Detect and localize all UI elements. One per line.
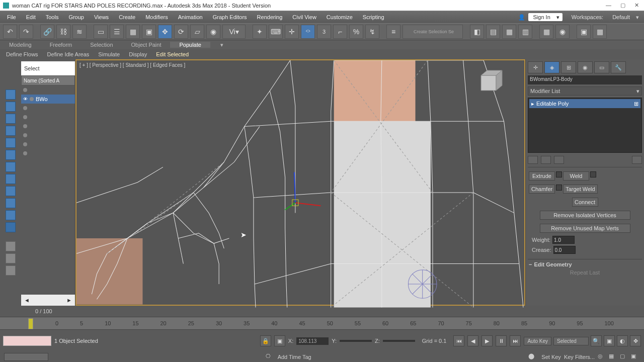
bind-icon[interactable]: ≋ — [72, 25, 87, 39]
select-rect-icon[interactable]: ▦ — [126, 25, 140, 39]
scene-explorer-column[interactable]: Name (Sorted A — [21, 75, 75, 85]
display-cameras-icon[interactable] — [6, 138, 16, 148]
define-flows[interactable]: Define Flows — [6, 51, 38, 57]
min-max-icon[interactable]: ▢ — [620, 353, 629, 361]
hierarchy-tab-icon[interactable]: ⊞ — [561, 61, 576, 73]
snap-icon[interactable]: ✛ — [285, 25, 299, 39]
workspaces-value[interactable]: Default — [612, 14, 630, 20]
display-shapes-icon[interactable] — [6, 114, 16, 124]
select-window-icon[interactable]: ▣ — [142, 25, 156, 39]
layer-icon[interactable]: ▦ — [502, 25, 516, 39]
select-scale-icon[interactable]: ▱ — [190, 25, 204, 39]
prev-frame-icon[interactable]: ◀ — [467, 335, 478, 346]
close-icon[interactable]: ✕ — [634, 2, 639, 9]
remove-isolated-button[interactable]: Remove Isolated Vertices — [540, 211, 630, 220]
key-mode-icon[interactable]: ⬤ — [528, 353, 538, 361]
chamfer-settings-icon[interactable] — [556, 185, 562, 191]
link-icon[interactable]: 🔗 — [40, 25, 54, 39]
zoom-extents-icon[interactable]: ▦ — [609, 353, 618, 361]
list-item[interactable] — [21, 85, 75, 95]
menu-customize[interactable]: Customize — [321, 14, 358, 20]
isolate-icon[interactable]: ▣ — [274, 335, 285, 346]
pin-stack-icon[interactable] — [528, 156, 538, 164]
weight-spinner[interactable] — [552, 236, 575, 244]
ribbon-drop-icon[interactable]: ▾ — [220, 42, 223, 48]
display-bone-icon[interactable] — [6, 198, 16, 208]
list-item[interactable] — [21, 113, 75, 122]
select-place-icon[interactable]: ◉ — [206, 25, 220, 39]
menu-scripting[interactable]: Scripting — [358, 14, 389, 20]
display-tab-icon[interactable]: ▭ — [594, 61, 609, 73]
display-helpers-icon[interactable] — [6, 150, 16, 160]
create-selection-set[interactable]: Create Selection Se — [403, 25, 463, 39]
display-geometry-icon[interactable] — [6, 102, 16, 112]
ribbon-freeform[interactable]: Freeform — [41, 42, 82, 48]
edit-geometry-title[interactable]: −Edit Geometry — [529, 261, 641, 267]
named-selection-icon[interactable]: ≡ — [386, 25, 400, 39]
weld-button[interactable]: Weld — [563, 171, 589, 180]
menu-animation[interactable]: Animation — [173, 14, 208, 20]
setkey-button[interactable]: Set Key — [541, 354, 561, 360]
percent-snap-icon[interactable]: % — [349, 25, 363, 39]
menu-views[interactable]: Views — [89, 14, 114, 20]
configure-icon[interactable] — [632, 156, 642, 164]
keyboard-icon[interactable]: ⌨ — [269, 25, 283, 39]
layer-manage-icon[interactable] — [6, 265, 16, 276]
repeat-last-button[interactable]: Repeat Last — [570, 269, 600, 276]
keyfilters-button[interactable]: Key Filters... — [564, 354, 595, 360]
material-icon[interactable]: ◉ — [555, 25, 570, 39]
maximize-viewport-icon[interactable]: ▣ — [631, 353, 640, 361]
lock-selection-icon[interactable]: 🔒 — [260, 335, 271, 346]
selected-filter[interactable]: Selected — [553, 337, 589, 345]
list-item[interactable] — [21, 131, 75, 140]
make-unique-icon[interactable] — [554, 156, 564, 164]
menu-tools[interactable]: Tools — [41, 14, 64, 20]
redo-icon[interactable]: ↷ — [19, 25, 33, 39]
show-end-result-icon[interactable] — [541, 156, 551, 164]
time-tag[interactable]: Add Time Tag — [278, 354, 311, 360]
display[interactable]: Display — [129, 51, 147, 57]
crease-spinner[interactable] — [553, 246, 576, 254]
target-weld-button[interactable]: Target Weld — [563, 185, 598, 194]
spinner-snap-icon[interactable]: ⌐ — [333, 25, 347, 39]
modify-tab-icon[interactable]: ◈ — [544, 61, 559, 73]
display-frozen-icon[interactable] — [6, 222, 16, 232]
timeline[interactable]: 0510 152025 303540 455055 606570 758085 … — [0, 317, 644, 330]
select-name-icon[interactable]: ☰ — [110, 25, 124, 39]
pager-right-icon[interactable]: ► — [66, 297, 72, 303]
list-item[interactable]: 👁BWo — [21, 95, 75, 104]
pan-icon[interactable]: ✥ — [630, 335, 641, 346]
extrude-button[interactable]: Extrude — [529, 171, 555, 180]
zoom-all-icon[interactable]: ▣ — [604, 335, 615, 346]
edged-icon[interactable]: ↯ — [365, 25, 379, 39]
display-spacewarps-icon[interactable] — [6, 162, 16, 172]
display-all-icon[interactable] — [6, 89, 16, 100]
curve-editor-icon[interactable]: ▥ — [518, 25, 532, 39]
list-item[interactable] — [21, 149, 75, 158]
play-icon[interactable]: ▶ — [481, 335, 493, 346]
ribbon-populate[interactable]: Populate — [170, 42, 210, 48]
create-tab-icon[interactable]: ✛ — [528, 61, 543, 73]
align-icon[interactable]: ▤ — [486, 25, 500, 39]
list-item[interactable] — [21, 122, 75, 131]
select-rotate-icon[interactable]: ⟳ — [174, 25, 188, 39]
pager-left-icon[interactable]: ◄ — [24, 297, 30, 303]
menu-file[interactable]: File — [2, 14, 21, 20]
x-coord[interactable]: 108.113 — [296, 337, 329, 345]
maximize-icon[interactable]: ▢ — [620, 2, 625, 9]
define-idle-areas[interactable]: Define Idle Areas — [47, 51, 90, 57]
weld-settings-icon[interactable] — [590, 171, 596, 177]
ribbon-selection[interactable]: Selection — [81, 42, 122, 48]
ribbon-object-paint[interactable]: Object Paint — [122, 42, 171, 48]
simulate[interactable]: Simulate — [98, 51, 120, 57]
render-icon[interactable]: ▦ — [593, 25, 607, 39]
layer-add-icon[interactable] — [6, 253, 16, 263]
menu-modifiers[interactable]: Modifiers — [140, 14, 173, 20]
maxscript-listener[interactable] — [3, 336, 51, 346]
display-groups-icon[interactable] — [6, 174, 16, 184]
viewcube[interactable] — [476, 68, 506, 94]
display-containers-icon[interactable] — [6, 210, 16, 220]
maxscript-mini[interactable] — [4, 353, 48, 361]
list-item[interactable] — [21, 104, 75, 113]
modifier-stack[interactable]: ▸Editable Poly⊞ — [528, 98, 642, 153]
